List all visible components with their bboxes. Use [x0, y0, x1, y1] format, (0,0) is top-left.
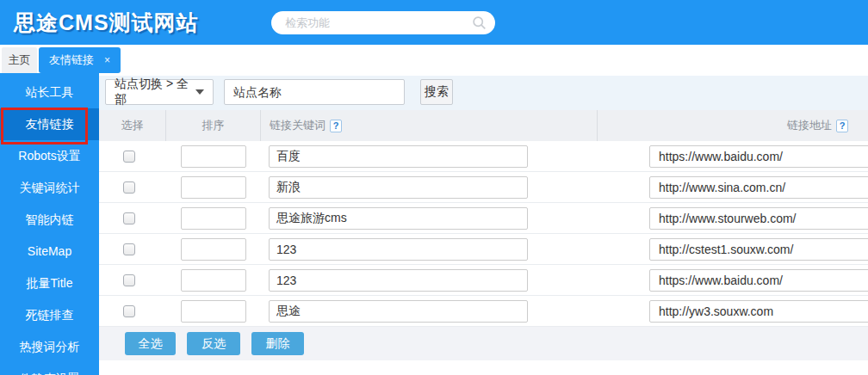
- sort-order-input[interactable]: [181, 269, 246, 292]
- site-switch-dropdown[interactable]: 站点切换 > 全部: [105, 79, 214, 105]
- tab-home-label: 主页: [9, 52, 31, 68]
- close-icon[interactable]: ×: [104, 54, 110, 66]
- table-body: [99, 141, 868, 327]
- column-header-url-label: 链接地址: [787, 118, 832, 133]
- table-row: [99, 141, 868, 172]
- link-url-input[interactable]: [649, 207, 868, 230]
- link-keyword-input[interactable]: [269, 238, 528, 261]
- row-checkbox[interactable]: [123, 181, 135, 194]
- link-keyword-input[interactable]: [269, 269, 528, 292]
- site-switch-label: 站点切换 > 全部: [115, 77, 189, 108]
- site-name-input[interactable]: [224, 79, 405, 105]
- link-keyword-input[interactable]: [269, 300, 528, 323]
- link-keyword-input[interactable]: [269, 145, 528, 168]
- sidebar-item[interactable]: 死链排查: [0, 299, 99, 331]
- row-checkbox[interactable]: [123, 243, 135, 255]
- global-search[interactable]: [271, 11, 495, 34]
- main-content: 站点切换 > 全部 搜索 选择 排序 链接关键词 ? 链接地址 ?: [99, 73, 868, 375]
- select-all-button[interactable]: 全选: [125, 332, 176, 355]
- column-header-sort: 排序: [165, 110, 260, 141]
- row-checkbox[interactable]: [123, 212, 135, 224]
- link-url-input[interactable]: [649, 300, 868, 323]
- column-header-select-label: 选择: [121, 118, 144, 133]
- row-checkbox[interactable]: [123, 305, 135, 317]
- sidebar-item[interactable]: SiteMap: [0, 236, 99, 267]
- caret-down-icon: [195, 89, 204, 95]
- link-keyword-input[interactable]: [269, 176, 528, 199]
- sidebar-item[interactable]: 智能内链: [0, 204, 99, 236]
- search-icon[interactable]: [472, 15, 487, 30]
- search-button[interactable]: 搜索: [420, 79, 453, 105]
- link-url-input[interactable]: [649, 238, 868, 261]
- tab-friend-links-label: 友情链接: [49, 52, 94, 68]
- table-row: [99, 296, 868, 327]
- sort-order-input[interactable]: [181, 300, 246, 323]
- table-footer: 全选 反选 删除: [99, 327, 868, 360]
- sort-order-input[interactable]: [181, 207, 246, 230]
- sidebar-item[interactable]: 关键词统计: [0, 172, 99, 204]
- help-icon[interactable]: ?: [330, 120, 342, 132]
- sort-order-input[interactable]: [181, 176, 246, 199]
- row-checkbox[interactable]: [123, 274, 135, 286]
- filter-toolbar: 站点切换 > 全部 搜索: [99, 76, 868, 110]
- link-url-input[interactable]: [649, 145, 868, 168]
- table-row: [99, 265, 868, 296]
- tab-home[interactable]: 主页: [2, 47, 37, 73]
- link-keyword-input[interactable]: [269, 207, 528, 230]
- column-header-sort-label: 排序: [202, 118, 225, 133]
- sidebar-item[interactable]: Robots设置: [0, 140, 99, 172]
- sidebar-item[interactable]: 站长工具: [0, 77, 99, 108]
- sort-order-input[interactable]: [181, 145, 246, 168]
- link-url-input[interactable]: [649, 176, 868, 199]
- top-bar: 思途CMS测试网站: [0, 0, 868, 45]
- column-header-url: 链接地址 ?: [597, 110, 868, 141]
- sidebar-item[interactable]: 伪静态设置: [0, 363, 99, 375]
- table-header: 选择 排序 链接关键词 ? 链接地址 ?: [99, 110, 868, 141]
- sidebar-item[interactable]: 友情链接: [0, 108, 99, 140]
- invert-selection-button[interactable]: 反选: [187, 332, 240, 355]
- brand-title: 思途CMS测试网站: [14, 9, 199, 37]
- column-header-select: 选择: [99, 110, 165, 141]
- column-header-keyword: 链接关键词 ?: [260, 110, 597, 141]
- table-row: [99, 172, 868, 203]
- delete-button[interactable]: 删除: [251, 332, 304, 355]
- sidebar: 站长工具 友情链接 Robots设置 关键词统计 智能内链 SiteMap 批量…: [0, 73, 99, 375]
- sort-order-input[interactable]: [181, 238, 246, 261]
- sidebar-item[interactable]: 热搜词分析: [0, 331, 99, 363]
- row-checkbox[interactable]: [123, 151, 135, 163]
- table-row: [99, 234, 868, 265]
- tab-friend-links[interactable]: 友情链接 ×: [39, 47, 121, 73]
- tab-bar: 主页 友情链接 ×: [0, 45, 868, 73]
- global-search-input[interactable]: [271, 11, 472, 34]
- sidebar-item[interactable]: 批量Title: [0, 267, 99, 299]
- table-row: [99, 203, 868, 234]
- column-header-keyword-label: 链接关键词: [270, 118, 326, 133]
- help-icon[interactable]: ?: [836, 120, 848, 132]
- link-url-input[interactable]: [649, 269, 868, 292]
